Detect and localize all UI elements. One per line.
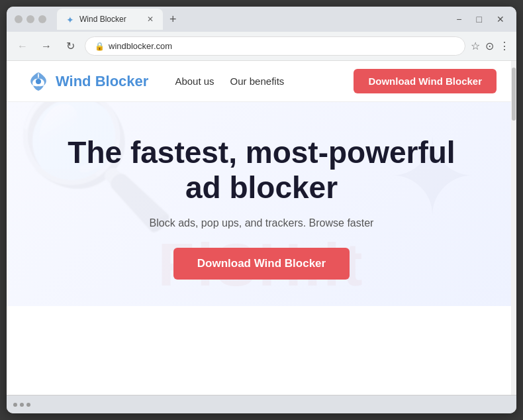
forward-icon: → [41, 40, 52, 52]
refresh-button[interactable]: ↻ [61, 37, 79, 56]
close-tab-icon[interactable]: ✕ [147, 15, 154, 24]
nav-download-button[interactable]: Download Wind Blocker [354, 69, 497, 93]
title-bar-right: − □ ✕ [452, 13, 508, 26]
nav-about-link[interactable]: About us [175, 76, 214, 87]
address-right-icons: ☆ ⊙ ⋮ [471, 40, 510, 52]
close-window-icon[interactable]: ✕ [493, 13, 508, 26]
minimize-button[interactable] [15, 15, 23, 23]
status-dot-3 [26, 403, 30, 407]
scrollbar[interactable] [511, 61, 516, 395]
site-logo: Wind Blocker [26, 70, 148, 93]
bottom-bar [7, 395, 516, 413]
menu-icon[interactable]: ⋮ [499, 40, 510, 52]
status-dot-1 [13, 403, 17, 407]
nav-benefits-link[interactable]: Our benefits [230, 76, 285, 87]
title-bar: ✦ Wind Blocker ✕ + − □ ✕ [7, 7, 516, 32]
hero-heading-line2: ad blocker [185, 170, 338, 205]
address-input[interactable]: 🔒 windblocker.com [85, 36, 465, 56]
maximize-window-icon[interactable]: □ [473, 13, 486, 26]
tab-area: ✦ Wind Blocker ✕ + [57, 9, 447, 30]
hero-section: 🔍 ✦ FiSH.it The fastest, most-powerful a… [7, 102, 516, 306]
profile-icon[interactable]: ⊙ [485, 40, 494, 52]
hero-heading-line1: The fastest, most-powerful [68, 135, 455, 170]
back-icon: ← [17, 40, 28, 52]
forward-button[interactable]: → [37, 37, 56, 56]
status-dot-2 [20, 403, 24, 407]
site-nav: Wind Blocker About us Our benefits Downl… [7, 61, 516, 102]
tab-favicon-icon: ✦ [66, 15, 75, 24]
window-controls [15, 15, 46, 23]
site-nav-links: About us Our benefits [175, 76, 284, 87]
refresh-icon: ↻ [66, 40, 75, 52]
svg-point-0 [36, 79, 41, 84]
back-button[interactable]: ← [13, 37, 32, 56]
logo-icon [26, 70, 50, 93]
close-button[interactable] [38, 15, 46, 23]
scrollbar-thumb[interactable] [512, 68, 516, 121]
active-tab[interactable]: ✦ Wind Blocker ✕ [57, 9, 163, 30]
webpage: Wind Blocker About us Our benefits Downl… [7, 61, 516, 395]
new-tab-button[interactable]: + [167, 10, 179, 29]
hero-subtext: Block ads, pop ups, and trackers. Browse… [33, 217, 490, 229]
browser-window: ✦ Wind Blocker ✕ + − □ ✕ ← → ↻ 🔒 windblo… [7, 7, 516, 413]
lock-icon: 🔒 [95, 42, 105, 51]
hero-download-button[interactable]: Download Wind Blocker [173, 248, 350, 280]
bookmark-icon[interactable]: ☆ [471, 40, 480, 52]
logo-text: Wind Blocker [56, 73, 148, 90]
address-bar: ← → ↻ 🔒 windblocker.com ☆ ⊙ ⋮ [7, 32, 516, 61]
maximize-button[interactable] [26, 15, 34, 23]
address-text: windblocker.com [109, 41, 455, 51]
tab-title: Wind Blocker [79, 15, 126, 24]
minimize-window-icon[interactable]: − [452, 13, 465, 26]
hero-heading: The fastest, most-powerful ad blocker [33, 135, 490, 205]
